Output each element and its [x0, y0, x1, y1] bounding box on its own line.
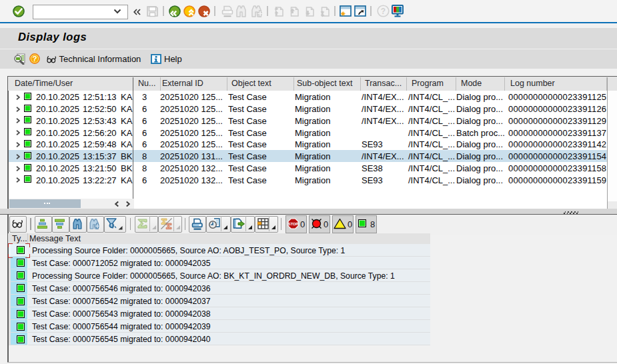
svg-text:?: ?	[381, 7, 386, 16]
svg-text:STOP: STOP	[288, 222, 298, 226]
svg-text:?: ?	[32, 55, 37, 63]
